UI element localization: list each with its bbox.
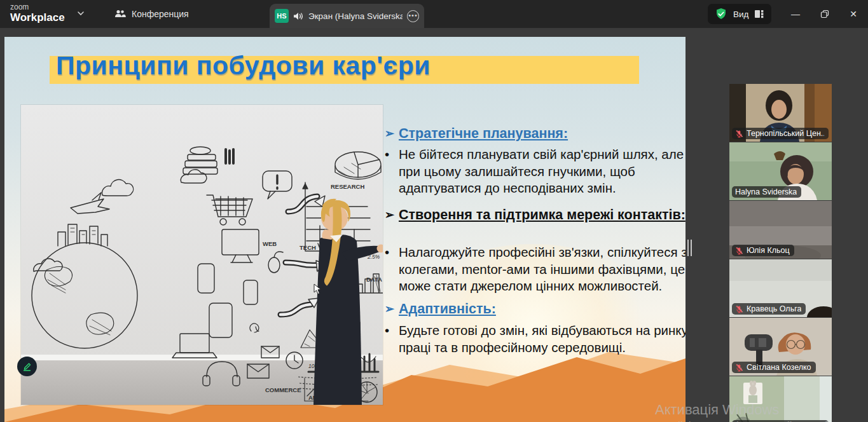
section-2-heading: ➢ Створення та підтримка мережі контакті…	[385, 207, 685, 223]
participant-tile[interactable]: Тернопільський Цен...	[729, 84, 832, 142]
arrow-bullet-icon: ➢	[385, 207, 399, 223]
wb-label-commerce: COMMERCE	[265, 386, 301, 393]
mic-muted-icon	[735, 364, 743, 372]
section-1-bullet: • Не бійтеся планувати свій кар'єрний шл…	[385, 146, 685, 197]
section-1-heading: ➢ Стратегічне планування:	[385, 126, 685, 142]
wb-label-tech: TECH	[300, 244, 316, 251]
people-icon	[114, 9, 126, 19]
section-3-heading: ➢ Адаптивність:	[385, 301, 685, 317]
chevron-down-icon[interactable]	[76, 9, 85, 18]
slide-title: Принципи побудови кар'єри	[56, 51, 431, 81]
participant-tile[interactable]: Кравець Ольга	[729, 259, 832, 317]
participant-tile[interactable]: Данилюк Ірина, Біла ...	[729, 376, 832, 422]
view-button-label: Вид	[733, 10, 748, 19]
participant-tile[interactable]: Юлія Кльоц	[729, 201, 832, 259]
tab-conference-label: Конференция	[132, 9, 189, 19]
mic-muted-icon	[735, 130, 743, 138]
layout-view-icon	[754, 10, 764, 18]
view-button[interactable]: Вид	[708, 4, 771, 24]
arrow-bullet-icon: ➢	[385, 301, 399, 317]
zoom-workplace-logo: zoom Workplace	[10, 3, 65, 24]
participant-tile-active-speaker[interactable]: Halyna Sviderska	[729, 142, 832, 200]
logo-workplace-text: Workplace	[10, 11, 65, 24]
avatar: HS	[275, 9, 289, 23]
section-3-bullet: • Будьте готові до змін, які відбуваютьс…	[385, 322, 685, 356]
tab-conference[interactable]: Конференция	[108, 0, 195, 28]
tab-screen-share-label: Экран (Halyna Sviderska)	[308, 11, 403, 21]
restore-button[interactable]	[810, 0, 839, 28]
wb-label-research: RESEARCH	[331, 183, 364, 190]
participant-video	[729, 376, 832, 422]
mic-muted-icon	[735, 305, 743, 313]
pencil-icon	[22, 361, 32, 372]
tab-screen-share[interactable]: HS Экран (Halyna Sviderska) •••	[270, 4, 424, 28]
participant-name-badge: Юлія Кльоц	[732, 245, 794, 256]
wb-label-web: WEB	[263, 240, 277, 247]
slide-title-banner: Принципи побудови кар'єри	[50, 56, 639, 84]
whiteboard-photo: TECH WEB RESEARCH DATA USERS COMMERCE AN…	[21, 105, 383, 405]
logo-zoom-text: zoom	[10, 3, 65, 11]
title-bar: zoom Workplace Конференция HS Экран (Hal…	[0, 0, 868, 28]
participant-name-badge: Halyna Sviderska	[732, 186, 801, 198]
arrow-bullet-icon: ➢	[385, 126, 399, 142]
presentation-slide: Принципи побудови кар'єри	[4, 37, 685, 422]
speaker-icon	[293, 11, 304, 21]
security-shield-icon	[715, 8, 727, 20]
participant-name-badge: Світлана Козелко	[732, 362, 816, 373]
tab-options-icon[interactable]: •••	[407, 10, 419, 22]
minimize-button[interactable]: —	[781, 0, 810, 28]
participants-panel: Тернопільський Цен... Halyna Sviderska	[729, 56, 832, 422]
dot-bullet-icon: •	[385, 244, 399, 295]
wb-label-data: DATA	[366, 276, 382, 283]
mic-muted-icon	[735, 247, 743, 255]
restore-icon	[820, 10, 829, 18]
mouse-cursor	[313, 283, 322, 295]
section-2-bullet: • Налагоджуйте професійні зв'язки, спілк…	[385, 244, 685, 295]
close-button[interactable]: ✕	[839, 0, 868, 28]
dot-bullet-icon: •	[385, 146, 399, 197]
participant-tile[interactable]: Світлана Козелко	[729, 318, 832, 376]
dot-bullet-icon: •	[385, 322, 399, 356]
panel-resize-handle[interactable]	[687, 240, 692, 256]
shared-screen-area: Принципи побудови кар'єри	[0, 28, 868, 422]
zoom-window: zoom Workplace Конференция HS Экран (Hal…	[0, 0, 868, 422]
annotate-button[interactable]	[17, 357, 37, 376]
participant-name-badge: Тернопільський Цен...	[732, 128, 829, 139]
participant-name-badge: Кравець Ольга	[732, 303, 806, 315]
